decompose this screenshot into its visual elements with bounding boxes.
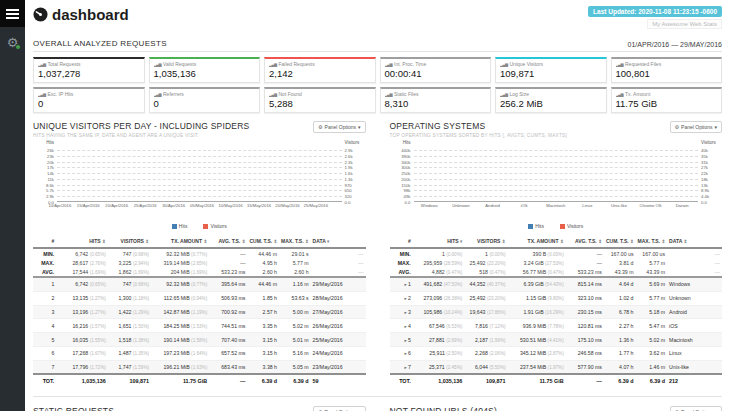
cell: 1.02 d bbox=[604, 291, 636, 305]
y-tick-label: 2.9k bbox=[46, 194, 54, 199]
column-header-hits[interactable]: HITS ⇕ bbox=[56, 236, 108, 248]
y-axis-left-label: Hits bbox=[403, 140, 411, 145]
cell: 1,035,136 bbox=[413, 374, 465, 387]
legend-item[interactable]: Visitors bbox=[203, 223, 226, 229]
cell: 5.69 m bbox=[636, 277, 668, 291]
cell: 44.46 m bbox=[247, 248, 279, 258]
cell: 747 (0.68%) bbox=[108, 277, 151, 291]
legend-item[interactable]: Visitors bbox=[560, 223, 583, 229]
column-header--[interactable]: # bbox=[33, 236, 56, 248]
y-tick-label: 8.9k bbox=[701, 188, 709, 193]
legend-item[interactable]: Hits bbox=[528, 223, 544, 229]
y-tick-label: 14k bbox=[47, 171, 54, 176]
stat-tile-value: 8,310 bbox=[385, 98, 487, 109]
cell: 700.92 ms bbox=[209, 305, 247, 319]
expand-chevron-icon[interactable]: ▸ bbox=[405, 351, 407, 356]
cell: 190.14 MiB (1.58%) bbox=[151, 333, 209, 347]
column-header-visitors[interactable]: VISITORS ⇕ bbox=[464, 236, 507, 248]
expand-chevron-icon[interactable]: ▸ bbox=[405, 296, 407, 301]
table-foot: TOT.1,035,136109,87111.75 GiB—6.39 d6.39… bbox=[33, 374, 366, 387]
bar-group bbox=[262, 146, 285, 201]
cell: 6,742 (0.65%) bbox=[56, 248, 108, 258]
cell: 43.39 m bbox=[604, 267, 636, 277]
column-header-cum-t-s-[interactable]: CUM. T.S. ⇕ bbox=[247, 236, 279, 248]
cell: 683.43 ms bbox=[209, 360, 247, 374]
column-header-tx-amount[interactable]: TX. AMOUNT ⇕ bbox=[151, 236, 209, 248]
cell: 3.15 h bbox=[247, 346, 279, 360]
cell: 5.05 m bbox=[279, 360, 311, 374]
cell: 7,816 (7.12%) bbox=[464, 319, 507, 333]
legend-item[interactable]: Hits bbox=[172, 223, 188, 229]
panel-options-button[interactable]: ⚙ Panel Options ▾ bbox=[670, 406, 722, 411]
column-header-tx-amount[interactable]: TX. AMOUNT ⇕ bbox=[508, 236, 566, 248]
settings-gear-icon[interactable]: ⚙ bbox=[7, 36, 19, 49]
expand-chevron-icon[interactable]: ▸ bbox=[405, 310, 407, 315]
column-header-visitors[interactable]: VISITORS ⇕ bbox=[108, 236, 151, 248]
site-name: My Awesome Web Stats bbox=[647, 19, 722, 29]
cell: 17,796 (1.72%) bbox=[56, 360, 108, 374]
stat-tile: ▂▄▆Static Files8,310 bbox=[380, 87, 492, 113]
x-tick-label: 25/May/2016 bbox=[304, 203, 328, 208]
section-divider bbox=[33, 396, 722, 397]
table-row[interactable]: ▸527,881 (2.69%)2,187 (1.99%)530.51 MiB … bbox=[390, 333, 723, 347]
cell: 3.38 h bbox=[247, 360, 279, 374]
table-row[interactable]: ▸467,546 (6.53%)7,816 (7.12%)936.9 MiB (… bbox=[390, 319, 723, 333]
y-tick-label: 4.4k bbox=[701, 194, 709, 199]
bars bbox=[57, 146, 342, 201]
table-head: #HITS ⇕VISITORS ⇕TX. AMOUNT ⇕AVG. T.S. ⇕… bbox=[33, 236, 366, 248]
column-header-cum-t-s-[interactable]: CUM. T.S. ⇕ bbox=[604, 236, 636, 248]
column-header-max-t-s-[interactable]: MAX. T.S. ⇕ bbox=[636, 236, 668, 248]
table-row[interactable]: ▸625,911 (2.50%)2,268 (2.06%)345.12 MiB … bbox=[390, 346, 723, 360]
panel-options-button[interactable]: ⚙ Panel Options ▾ bbox=[313, 121, 365, 133]
expand-chevron-icon[interactable]: ▸ bbox=[405, 365, 407, 370]
column-header-max-t-s-[interactable]: MAX. T.S. ⇕ bbox=[279, 236, 311, 248]
x-tick-label: 05/May/2016 bbox=[190, 203, 214, 208]
cell: 506.93 ms bbox=[209, 291, 247, 305]
expand-chevron-icon[interactable]: ▸ bbox=[405, 282, 407, 287]
topbar: dashboard Last Updated: 2020-11-08 11:23… bbox=[33, 6, 722, 38]
cell: 5.02 m bbox=[636, 333, 668, 347]
panel-options-button[interactable]: ⚙ Panel Options ▾ bbox=[670, 121, 722, 133]
column-header-hits[interactable]: HITS ▾ bbox=[413, 236, 465, 248]
bars bbox=[414, 146, 699, 201]
column-header--[interactable]: # bbox=[390, 236, 413, 248]
table-row: 213,135 (1.27%)1,300 (1.18%)112.65 MiB (… bbox=[33, 291, 366, 305]
cell: — bbox=[566, 248, 604, 258]
cell: 6.39 GiB (54.40%) bbox=[508, 277, 566, 291]
cell: 17,544 (1.69%) bbox=[56, 267, 108, 277]
column-header-avg-t-s-[interactable]: AVG. T.S. ⇕ bbox=[566, 236, 604, 248]
expand-chevron-icon[interactable]: ▸ bbox=[405, 338, 407, 343]
table-head: #HITS ▾VISITORS ⇕TX. AMOUNT ⇕AVG. T.S. ⇕… bbox=[390, 236, 723, 248]
stat-tile-value: 00:00:41 bbox=[385, 68, 487, 79]
cell: 6.78 h bbox=[604, 305, 636, 319]
table-row[interactable]: ▸3105,986 (10.24%)19,643 (17.88%)1.91 Gi… bbox=[390, 305, 723, 319]
table-row: 416,216 (1.57%)1,651 (1.50%)184.25 MiB (… bbox=[33, 319, 366, 333]
cell: — bbox=[566, 258, 604, 267]
last-updated-badge: Last Updated: 2020-11-08 11:23:15 -0600 bbox=[588, 6, 722, 17]
table-row: 516,035 (1.55%)1,518 (1.38%)190.14 MiB (… bbox=[33, 333, 366, 347]
table-row[interactable]: ▸725,371 (2.45%)6,044 (5.50%)237.54 MiB … bbox=[390, 360, 723, 374]
table-row[interactable]: ▸2273,096 (26.38%)25,492 (23.20%)1.15 Gi… bbox=[390, 291, 723, 305]
cell: 17,268 (1.67%) bbox=[56, 346, 108, 360]
cell: 237.54 MiB (1.97%) bbox=[508, 360, 566, 374]
cell: ▸3 bbox=[390, 305, 413, 319]
cell: 25,911 (2.50%) bbox=[413, 346, 465, 360]
table-row[interactable]: ▸1491,682 (47.50%)44,352 (40.37%)6.39 Gi… bbox=[390, 277, 723, 291]
bar-chart-icon: ▂▄▆ bbox=[154, 92, 162, 97]
topbar-right: Last Updated: 2020-11-08 11:23:15 -0600 … bbox=[588, 6, 722, 29]
hamburger-menu-icon[interactable] bbox=[0, 0, 25, 27]
cell: ▸4 bbox=[390, 319, 413, 333]
expand-chevron-icon[interactable]: ▸ bbox=[405, 324, 407, 329]
stat-tile: ▂▄▆Total Requests1,037,278 bbox=[33, 57, 145, 83]
column-header-data[interactable]: DATA ▾ bbox=[311, 236, 366, 248]
top-panels: UNIQUE VISITORS PER DAY - INCLUDING SPID… bbox=[33, 121, 722, 387]
column-header-data[interactable]: DATA ⇕ bbox=[667, 236, 722, 248]
cell: 11.75 GiB bbox=[508, 374, 566, 387]
column-header-avg-t-s-[interactable]: AVG. T.S. ⇕ bbox=[209, 236, 247, 248]
cell: 112.65 MiB (0.94%) bbox=[151, 291, 209, 305]
panel-options-button[interactable]: ⚙ Panel Options ▾ bbox=[313, 406, 365, 411]
cell: 395.64 ms bbox=[209, 277, 247, 291]
table-row: 617,268 (1.67%)1,487 (1.35%)197.23 MiB (… bbox=[33, 346, 366, 360]
cell: 5.01 m bbox=[279, 333, 311, 347]
bar-chart-icon: ▂▄▆ bbox=[269, 92, 277, 97]
